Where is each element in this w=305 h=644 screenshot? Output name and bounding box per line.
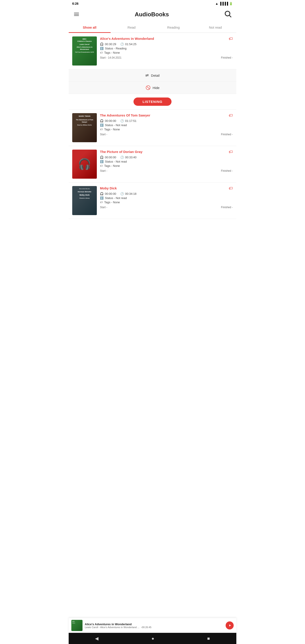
detail-icon: ⇌ [145, 73, 149, 78]
book-title-alice: Alice's Adventures in Wonderland [100, 36, 227, 41]
book-start-tom: Start - [100, 133, 107, 136]
book-title-moby: Moby Dick [100, 186, 227, 190]
now-playing-bar: BBCAlice Alice's Adventures in Wonderlan… [69, 618, 236, 633]
tag-icon: 🏷 [100, 51, 103, 54]
list-item[interactable]: Recorded Books Herman Melville Moby Dick… [69, 182, 236, 219]
wifi-icon: ▲ [215, 2, 218, 5]
tab-reading[interactable]: Reading [152, 22, 194, 32]
app-header: AudioBooks [69, 7, 236, 22]
book-badge-alice: 🏷 [229, 36, 233, 41]
book-info-tom: The Adventures Of Tom Sawyer 🏷 🎧 00:00:0… [100, 113, 233, 136]
detail-action[interactable]: ⇌ Detail [69, 69, 236, 82]
book-status-alice: Status - Reading [105, 47, 126, 50]
recents-button[interactable]: ■ [202, 634, 214, 643]
svg-line-1 [230, 16, 231, 17]
list-item[interactable]: 🎧 The Picture of Dorian Gray 🏷 🎧 00:00:0… [69, 146, 236, 182]
status-time: 6:26 [72, 2, 78, 5]
book-start-moby: Start - [100, 206, 107, 209]
book-title-dorian: The Picture of Dorian Gray [100, 150, 227, 154]
now-playing-subtitle: Lewis Caroll - Alice's Adventures in Won… [85, 626, 224, 628]
book-meta-moby: 🎧 00:00:00 🕐 00:34:18 ℹ️ Status - Not re… [100, 192, 233, 209]
listening-button[interactable]: LISTENING [134, 98, 171, 106]
hide-action[interactable]: 🚫 Hide [69, 82, 236, 94]
info-icon-moby: ℹ️ [100, 196, 104, 200]
tab-read[interactable]: Read [111, 22, 153, 32]
book-finished-tom: Finished - [221, 133, 233, 136]
cover-icon-dorian: 🎧 [78, 158, 91, 170]
book-start-alice: Start - 14.04.2021 [100, 56, 122, 59]
book-tags-moby: Tags - None [104, 200, 120, 204]
book-info-alice: Alice's Adventures in Wonderland 🏷 🎧 00:… [100, 36, 233, 59]
book-cover-dorian: 🎧 [72, 150, 97, 179]
now-playing-info: Alice's Adventures in Wonderland Lewis C… [85, 622, 224, 628]
book-meta-dorian: 🎧 00:00:00 🕐 00:33:40 ℹ️ Status - Not re… [100, 156, 233, 172]
book-status-moby: Status - Not read [105, 196, 127, 200]
book-duration-dorian: 00:33:40 [125, 156, 136, 159]
list-item[interactable]: BBC Children's Classics Lewis Carroll Al… [69, 33, 236, 69]
info-icon: ℹ️ [100, 47, 104, 50]
clock-icon-dorian: 🕐 [120, 156, 124, 159]
book-badge-tom: 🏷 [229, 113, 233, 118]
headphone-icon-moby: 🎧 [100, 192, 104, 196]
book-meta-tom: 🎧 00:00:00 🕐 01:17:51 ℹ️ Status - Not re… [100, 119, 233, 136]
headphone-icon-tom: 🎧 [100, 119, 104, 122]
listening-section: LISTENING [69, 94, 236, 110]
book-status-dorian: Status - Not read [105, 160, 127, 163]
bottom-nav-bar: ◀ ● ■ [69, 633, 236, 644]
book-duration-alice: 01:54:25 [125, 42, 136, 46]
book-cover-alice: BBC Children's Classics Lewis Carroll Al… [72, 36, 97, 66]
tab-not-read[interactable]: Not read [194, 22, 236, 32]
headphone-icon-dorian: 🎧 [100, 156, 104, 159]
book-info-dorian: The Picture of Dorian Gray 🏷 🎧 00:00:00 … [100, 150, 233, 172]
now-playing-cover-text: BBCAlice [71, 620, 82, 625]
status-bar-left: 6:26 [72, 2, 78, 5]
play-button[interactable] [226, 622, 234, 630]
book-badge-moby: 🏷 [229, 186, 233, 191]
book-cover-tom: MARK TWAIN The Adventures of Tom Sawyer … [72, 113, 97, 142]
tag-icon-dorian: 🏷 [100, 164, 103, 168]
cover-text-tom: MARK TWAIN The Adventures of Tom Sawyer … [72, 113, 97, 128]
status-bar-right: ▲ ▐▐▐▐ 🔋 [215, 2, 233, 5]
info-icon-dorian: ℹ️ [100, 160, 104, 163]
signal-icon: ▐▐▐▐ [219, 2, 228, 5]
hide-label: Hide [153, 86, 160, 90]
book-position-tom: 00:00:00 [105, 119, 116, 122]
home-button[interactable]: ● [147, 634, 158, 643]
book-duration-tom: 01:17:51 [125, 119, 136, 122]
clock-icon: 🕐 [120, 42, 124, 46]
status-bar: 6:26 ▲ ▐▐▐▐ 🔋 [69, 0, 236, 7]
tag-icon-tom: 🏷 [100, 128, 103, 131]
list-item[interactable]: MARK TWAIN The Adventures of Tom Sawyer … [69, 110, 236, 146]
book-meta-alice: 🎧 00:30:29 🕐 01:54:25 ℹ️ Status - Readin… [100, 42, 233, 59]
tab-bar: Show all Read Reading Not read [69, 22, 236, 33]
book-list: BBC Children's Classics Lewis Carroll Al… [69, 33, 236, 219]
cover-text-moby: Recorded Books Herman Melville Moby Dick… [72, 186, 97, 201]
book-tags-alice: Tags - None [104, 51, 120, 54]
book-duration-moby: 00:34:18 [125, 192, 136, 196]
detail-label: Detail [151, 74, 160, 77]
now-playing-title: Alice's Adventures in Wonderland [85, 622, 224, 626]
headphone-icon: 🎧 [100, 42, 104, 46]
search-button[interactable] [224, 10, 232, 19]
book-start-dorian: Start - [100, 169, 107, 172]
hide-icon: 🚫 [146, 85, 150, 90]
book-finished-alice: Finished - [221, 56, 233, 59]
svg-point-0 [225, 11, 230, 16]
back-button[interactable]: ◀ [90, 634, 103, 643]
cover-text-alice: BBC Children's Classics Lewis Carroll Al… [72, 36, 97, 54]
book-tags-tom: Tags - None [104, 128, 120, 131]
clock-icon-moby: 🕐 [120, 192, 124, 196]
book-badge-dorian: 🏷 [229, 150, 233, 154]
tab-show-all[interactable]: Show all [69, 22, 111, 32]
book-cover-moby: Recorded Books Herman Melville Moby Dick… [72, 186, 97, 215]
menu-button[interactable] [73, 12, 80, 17]
book-finished-dorian: Finished - [221, 169, 233, 172]
battery-icon: 🔋 [229, 2, 233, 5]
clock-icon-tom: 🕐 [120, 119, 124, 122]
book-tags-dorian: Tags - None [104, 164, 120, 168]
book-status-tom: Status - Not read [105, 124, 127, 127]
book-position-dorian: 00:00:00 [105, 156, 116, 159]
info-icon-tom: ℹ️ [100, 124, 104, 127]
book-finished-moby: Finished - [221, 206, 233, 209]
book-position-moby: 00:00:00 [105, 192, 116, 196]
